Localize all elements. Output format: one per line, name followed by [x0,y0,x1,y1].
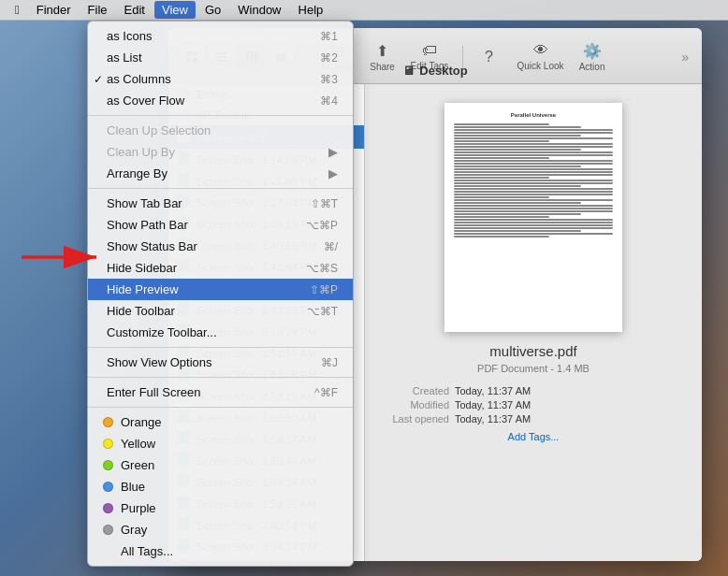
tag-label: All Tags... [121,544,173,558]
menu-go[interactable]: Go [197,1,228,19]
edit-tags-icon: 🏷 [422,42,437,59]
tag-color-dot [103,417,113,427]
menu-divider [88,188,353,189]
menu-item-label: as List [107,50,142,65]
menu-item-show-path-bar[interactable]: Show Path Bar⌥⌘P [88,214,353,236]
menu-item-enter-full-screen[interactable]: Enter Full Screen^⌘F [88,382,353,403]
menu-window[interactable]: Window [230,1,288,19]
tag-color-dot [103,525,113,535]
modified-label: Modified [379,399,449,410]
share-button[interactable]: ⬆ Share [364,40,401,74]
pdf-line [454,230,581,232]
quick-look-label: Quick Look [517,61,564,71]
pdf-line [454,202,581,204]
pdf-line [454,132,613,134]
menu-edit[interactable]: Edit [117,1,153,19]
pdf-line [454,174,613,176]
last-opened-value: Today, 11:37 AM [455,413,531,425]
tag-label: Green [121,458,154,472]
pdf-line [454,123,549,125]
menu-apple[interactable]:  [7,1,27,19]
quick-look-icon: 👁 [533,42,548,59]
preview-filename: multiverse.pdf [489,343,576,359]
quick-look-button[interactable]: 👁 Quick Look [512,40,570,73]
modified-value: Today, 11:37 AM [455,399,531,410]
tag-color-dot [103,482,113,492]
tag-menu-item[interactable]: All Tags... [88,540,353,562]
tag-menu-item[interactable]: Gray [88,519,353,540]
pdf-line [454,196,549,198]
menu-item-arrange-by[interactable]: Arrange By▶ [88,163,353,184]
menu-file[interactable]: File [80,1,115,19]
pdf-line [454,126,581,128]
action-label: Action [579,62,605,72]
desktop-icon: 🖥 [402,64,415,78]
share-icon: ⬆ [376,42,388,60]
menu-item-label: Show View Options [107,355,212,369]
menu-item-label: Hide Toolbar [107,304,175,318]
menu-item-as-icons[interactable]: as Icons⌘1 [88,25,353,47]
menu-item-show-tab-bar[interactable]: Show Tab Bar⇧⌘T [88,193,353,214]
pdf-line [454,166,581,167]
menu-item-shortcut: ⌘/ [324,240,338,253]
action-button[interactable]: ⚙️ Action [574,40,611,74]
pdf-line [454,185,581,187]
menu-item-shortcut: ^⌘F [314,386,338,399]
created-value: Today, 11:37 AM [455,385,531,396]
submenu-arrow-icon: ▶ [328,145,338,159]
menu-item-shortcut: ⌘1 [320,30,338,43]
toolbar-more-button[interactable]: » [677,46,692,68]
tag-menu-item[interactable]: Blue [88,476,353,497]
menu-finder[interactable]: Finder [29,1,79,19]
menu-item-label: Enter Full Screen [107,385,200,399]
menu-item-as-cover-flow[interactable]: as Cover Flow⌘4 [88,90,353,111]
action-icon: ⚙️ [583,42,602,60]
tag-label: Blue [121,480,145,494]
menu-item-hide-preview[interactable]: Hide Preview⇧⌘P [88,279,353,300]
tag-label: Gray [121,523,147,537]
menu-item-hide-toolbar[interactable]: Hide Toolbar⌥⌘T [88,300,353,322]
menu-item-show-status-bar[interactable]: Show Status Bar⌘/ [88,236,353,257]
pdf-line [454,233,613,235]
tag-menu-item[interactable]: Yellow [88,433,353,454]
preview-info-table: Created Today, 11:37 AM Modified Today, … [379,385,688,427]
menu-bar:  Finder File Edit View Go Window Help [0,0,728,21]
tag-menu-item[interactable]: Green [88,454,353,476]
pdf-line [454,163,613,165]
window-title-text: Desktop [419,64,467,78]
pdf-line [454,224,613,226]
menu-item-customize-toolbar[interactable]: Customize Toolbar... [88,322,353,343]
menu-item-label: as Columns [107,72,171,86]
pdf-line [454,151,613,153]
menu-item-as-list[interactable]: as List⌘2 [88,47,353,68]
menu-item-show-view-options[interactable]: Show View Options⌘J [88,352,353,373]
tag-color-dot [103,460,113,470]
pdf-line [454,177,549,179]
menu-item-label: Show Tab Bar [107,196,182,210]
menu-item-label: Clean Up Selection [107,123,211,137]
checkmark-icon: ✓ [94,73,103,86]
pdf-line [454,137,613,139]
help-button[interactable]: ? [471,47,508,67]
menu-item-label: as Cover Flow [107,94,184,108]
pdf-line [454,180,613,181]
menu-item-label: Customize Toolbar... [107,325,217,339]
help-icon: ? [485,49,493,65]
pdf-preview-lines [454,123,613,238]
tag-empty-dot [103,546,113,556]
pdf-line [454,205,613,207]
menu-view[interactable]: View [154,1,196,19]
menu-item-clean-up-selection: Clean Up Selection [88,120,353,141]
menu-divider [88,347,353,348]
tag-menu-item[interactable]: Orange [88,411,353,433]
pdf-line [454,227,613,229]
menu-item-hide-sidebar[interactable]: Hide Sidebar⌥⌘S [88,257,353,279]
menu-divider [88,407,353,408]
menu-item-shortcut: ⇧⌘T [311,197,338,210]
menu-item-shortcut: ⌘3 [320,73,338,86]
add-tags-link[interactable]: Add Tags... [508,431,560,442]
menu-item-as-columns[interactable]: ✓as Columns⌘3 [88,68,353,90]
tag-menu-item[interactable]: Purple [88,497,353,519]
menu-item-shortcut: ⌥⌘S [306,262,338,275]
menu-help[interactable]: Help [291,1,331,19]
